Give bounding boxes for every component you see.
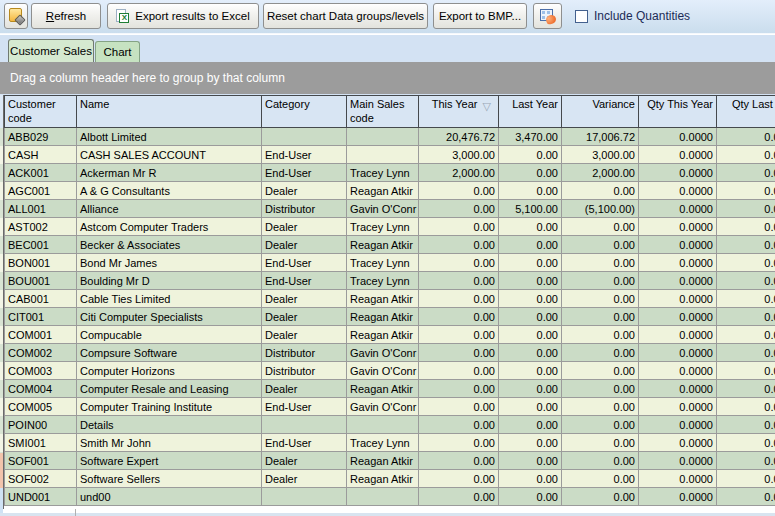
cell-category: End-User xyxy=(262,398,347,416)
cell-this_year: 0.00 xyxy=(419,434,499,452)
column-header-last_year[interactable]: Last Year xyxy=(499,96,562,128)
column-header-code[interactable]: Customer code xyxy=(5,96,77,128)
cell-category xyxy=(262,488,347,506)
cell-qty_this_year: 0.0000 xyxy=(639,326,717,344)
cell-main_sales: Tracey Lynn xyxy=(347,434,419,452)
note-edit-icon xyxy=(9,8,24,24)
cell-code: BOU001 xyxy=(5,272,77,290)
column-header-variance[interactable]: Variance xyxy=(562,96,639,128)
grid-row-CAB001[interactable]: CAB001Cable Ties LimitedDealerReagan Atk… xyxy=(5,290,775,308)
cell-code: CIT001 xyxy=(5,308,77,326)
edit-note-button[interactable] xyxy=(4,3,28,29)
cell-variance: 0.00 xyxy=(562,362,639,380)
include-quantities-checkbox[interactable] xyxy=(575,10,588,23)
grid-row-BOU001[interactable]: BOU001Boulding Mr DEnd-UserTracey Lynn0.… xyxy=(5,272,775,290)
cell-main_sales: Reagan Atkir xyxy=(347,182,419,200)
cell-last_year: 0.00 xyxy=(499,254,562,272)
cell-variance: 0.00 xyxy=(562,182,639,200)
cell-qty_last_year: 0.0000 xyxy=(717,398,775,416)
cell-variance: 0.00 xyxy=(562,272,639,290)
grid-row-COM002[interactable]: COM002Compsure SoftwareDistributorGavin … xyxy=(5,344,775,362)
export-bmp-button[interactable]: Export to BMP... xyxy=(433,3,527,29)
cell-this_year: 0.00 xyxy=(419,254,499,272)
grid-row-SOF001[interactable]: SOF001Software ExpertDealerReagan Atkir0… xyxy=(5,452,775,470)
grid-row-SOF002[interactable]: SOF002Software SellersDealerReagan Atkir… xyxy=(5,470,775,488)
cell-code: ALL001 xyxy=(5,200,77,218)
cell-variance: 2,000.00 xyxy=(562,164,639,182)
refresh-button[interactable]: Refresh xyxy=(31,3,101,29)
cell-main_sales xyxy=(347,128,419,146)
cell-name: Computer Training Institute xyxy=(77,398,262,416)
cell-main_sales: Gavin O'Conr xyxy=(347,362,419,380)
grid-table: Customer codeNameCategoryMain Sales code… xyxy=(4,95,775,506)
cell-variance: 3,000.00 xyxy=(562,146,639,164)
cell-category: Dealer xyxy=(262,290,347,308)
cell-variance: 0.00 xyxy=(562,416,639,434)
cell-last_year: 0.00 xyxy=(499,290,562,308)
cell-last_year: 3,470.00 xyxy=(499,128,562,146)
cell-qty_last_year: 0.0000 xyxy=(717,182,775,200)
cell-variance: 0.00 xyxy=(562,236,639,254)
cell-category: End-User xyxy=(262,164,347,182)
column-header-qty_this_year[interactable]: Qty This Year xyxy=(639,96,717,128)
cell-name: Details xyxy=(77,416,262,434)
cell-name: Astcom Computer Traders xyxy=(77,218,262,236)
grid-row-CIT001[interactable]: CIT001Citi Computer SpecialistsDealerRea… xyxy=(5,308,775,326)
cell-code: COM003 xyxy=(5,362,77,380)
cell-qty_this_year: 0.0000 xyxy=(639,416,717,434)
grid-row-COM001[interactable]: COM001CompucableDealerReagan Atkir0.000.… xyxy=(5,326,775,344)
cell-this_year: 20,476.72 xyxy=(419,128,499,146)
grid-row-BEC001[interactable]: BEC001Becker & AssociatesDealerReagan At… xyxy=(5,236,775,254)
cell-last_year: 0.00 xyxy=(499,398,562,416)
grid-row-CASH[interactable]: CASHCASH SALES ACCOUNTEnd-User3,000.000.… xyxy=(5,146,775,164)
cell-main_sales: Reagan Atkir xyxy=(347,380,419,398)
grid-row-SMI001[interactable]: SMI001Smith Mr JohnEnd-UserTracey Lynn0.… xyxy=(5,434,775,452)
cell-main_sales: Reagan Atkir xyxy=(347,452,419,470)
cell-category: End-User xyxy=(262,146,347,164)
grid-row-POIN00[interactable]: POIN00Details0.000.000.000.00000.0000 xyxy=(5,416,775,434)
cell-category: Dealer xyxy=(262,470,347,488)
grid-row-AST002[interactable]: AST002Astcom Computer TradersDealerTrace… xyxy=(5,218,775,236)
cell-this_year: 0.00 xyxy=(419,416,499,434)
tab-chart[interactable]: Chart xyxy=(95,41,140,62)
cell-this_year: 2,000.00 xyxy=(419,164,499,182)
cell-code: UND001 xyxy=(5,488,77,506)
column-header-main_sales[interactable]: Main Sales code xyxy=(347,96,419,128)
cell-code: COM004 xyxy=(5,380,77,398)
cell-last_year: 0.00 xyxy=(499,416,562,434)
export-excel-button[interactable]: X Export results to Excel xyxy=(107,3,259,29)
cell-category: End-User xyxy=(262,254,347,272)
cell-main_sales: Gavin O'Conr xyxy=(347,200,419,218)
grid-row-AGC001[interactable]: AGC001A & G ConsultantsDealerReagan Atki… xyxy=(5,182,775,200)
cell-last_year: 0.00 xyxy=(499,380,562,398)
cell-this_year: 0.00 xyxy=(419,290,499,308)
grid-row-ACK001[interactable]: ACK001Ackerman Mr REnd-UserTracey Lynn2,… xyxy=(5,164,775,182)
grid-row-COM004[interactable]: COM004Computer Resale and LeasingDealerR… xyxy=(5,380,775,398)
cell-code: CAB001 xyxy=(5,290,77,308)
column-header-category[interactable]: Category xyxy=(262,96,347,128)
cell-qty_last_year: 0.0000 xyxy=(717,362,775,380)
tab-customer-sales[interactable]: Customer Sales xyxy=(8,39,94,62)
cell-last_year: 0.00 xyxy=(499,434,562,452)
cell-main_sales: Reagan Atkir xyxy=(347,470,419,488)
cell-main_sales: Tracey Lynn xyxy=(347,254,419,272)
grid-row-COM005[interactable]: COM005Computer Training InstituteEnd-Use… xyxy=(5,398,775,416)
group-by-bar[interactable]: Drag a column header here to group by th… xyxy=(0,62,775,94)
grid-row-BON001[interactable]: BON001Bond Mr JamesEnd-UserTracey Lynn0.… xyxy=(5,254,775,272)
column-header-name[interactable]: Name xyxy=(77,96,262,128)
grid-row-ALL001[interactable]: ALL001AllianceDistributorGavin O'Conr0.0… xyxy=(5,200,775,218)
cell-qty_last_year: 0.0000 xyxy=(717,290,775,308)
cell-name: Citi Computer Specialists xyxy=(77,308,262,326)
cell-category: Distributor xyxy=(262,200,347,218)
cell-code: BEC001 xyxy=(5,236,77,254)
column-header-this_year[interactable]: This Year▽ xyxy=(419,96,499,128)
chart-export-button[interactable] xyxy=(533,3,562,29)
cell-variance: 0.00 xyxy=(562,290,639,308)
cell-qty_last_year: 0.0000 xyxy=(717,128,775,146)
reset-chart-button[interactable]: Reset chart Data groups/levels xyxy=(263,3,428,29)
cell-this_year: 0.00 xyxy=(419,344,499,362)
column-header-qty_last_year[interactable]: Qty Last Year xyxy=(717,96,775,128)
grid-row-ABB029[interactable]: ABB029Albott Limited20,476.723,470.0017,… xyxy=(5,128,775,146)
grid-row-COM003[interactable]: COM003Computer HorizonsDistributorGavin … xyxy=(5,362,775,380)
grid-row-UND001[interactable]: UND001und000.000.000.000.00000.0000 xyxy=(5,488,775,506)
